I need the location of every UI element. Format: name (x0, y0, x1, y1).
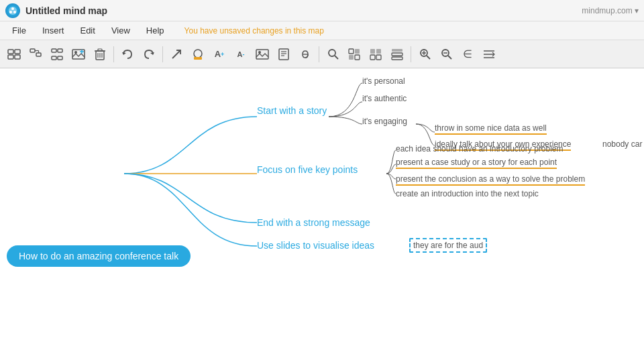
mindmup-brand[interactable]: mindmup.com ▾ (582, 6, 639, 15)
unsaved-notice: You have unsaved changes in this map (184, 26, 324, 36)
menu-view[interactable]: View (105, 24, 137, 37)
zoom-out-icon[interactable] (436, 44, 456, 64)
svg-rect-47 (392, 53, 402, 56)
link-out-icon[interactable] (166, 44, 186, 64)
svg-rect-12 (52, 49, 56, 52)
svg-rect-5 (15, 50, 20, 54)
app-title: Untitled mind map (25, 5, 107, 16)
svg-rect-14 (52, 56, 56, 60)
leaf-authentic[interactable]: it's authentic (362, 94, 407, 103)
sep1 (113, 46, 114, 62)
svg-rect-15 (58, 56, 62, 60)
svg-rect-6 (8, 55, 13, 59)
leaf-case-study[interactable]: present a case study or a story for each… (396, 158, 557, 169)
filter3-icon[interactable] (387, 44, 407, 64)
svg-rect-44 (370, 55, 375, 60)
root-node[interactable]: How to do an amazing conference talk (7, 245, 191, 267)
branch-end-message[interactable]: End with a strong message (257, 217, 370, 228)
font-larger-icon[interactable]: A+ (209, 44, 229, 64)
select-icon[interactable] (4, 44, 24, 64)
mind-map-canvas[interactable]: How to do an amazing conference talk Sta… (0, 68, 644, 362)
filter2-icon[interactable] (366, 44, 386, 64)
app-logo (5, 3, 20, 18)
menu-insert[interactable]: Insert (36, 24, 71, 37)
svg-rect-29 (256, 50, 268, 59)
add-child-icon[interactable] (25, 44, 46, 64)
svg-rect-13 (58, 49, 62, 52)
svg-rect-43 (376, 49, 381, 54)
sep3 (319, 46, 319, 62)
title-bar: Untitled mind map mindmup.com ▾ (0, 0, 644, 21)
svg-point-1 (11, 7, 14, 10)
svg-rect-9 (36, 53, 41, 56)
search-icon[interactable] (323, 44, 343, 64)
svg-rect-22 (98, 49, 102, 51)
sep4 (411, 46, 411, 62)
svg-point-3 (13, 11, 16, 13)
color-icon[interactable] (188, 44, 208, 64)
title-left: Untitled mind map (5, 3, 107, 18)
leaf-conclusion[interactable]: present the conclusion as a way to solve… (396, 174, 585, 186)
toolbar: A+ A- ∈ (0, 40, 644, 68)
sep2 (162, 46, 163, 62)
add-sibling-icon[interactable] (47, 44, 67, 64)
svg-rect-39 (355, 49, 360, 54)
svg-rect-48 (392, 57, 402, 60)
note-icon[interactable] (274, 44, 294, 64)
undo-icon[interactable] (117, 44, 138, 64)
leaf-each-idea[interactable]: each idea should have an introductory pr… (396, 144, 564, 154)
leaf-engaging[interactable]: it's engaging (362, 117, 407, 126)
svg-rect-7 (15, 55, 20, 59)
svg-rect-8 (30, 49, 35, 52)
svg-line-54 (448, 56, 451, 59)
svg-point-36 (329, 50, 335, 56)
svg-rect-16 (72, 50, 85, 59)
image-embed-icon[interactable] (252, 44, 272, 64)
menu-bar: File Insert Edit View Help You have unsa… (0, 21, 644, 40)
leaf-nobody-car: nobody car (602, 139, 642, 149)
font-smaller-icon[interactable]: A- (231, 44, 251, 64)
svg-rect-40 (349, 55, 354, 60)
branch-use-slides[interactable]: Use slides to visualise ideas (257, 240, 374, 251)
svg-rect-42 (370, 49, 375, 54)
svg-rect-41 (355, 55, 360, 60)
zoom-in-icon[interactable] (415, 44, 435, 64)
branch-start-story[interactable]: Start with a story (257, 105, 327, 116)
redo-icon[interactable] (139, 44, 159, 64)
svg-rect-4 (8, 50, 13, 54)
leaf-personal[interactable]: it's personal (362, 76, 405, 86)
leaf-intro-next[interactable]: create an introduction into the next top… (396, 189, 539, 198)
menu-file[interactable]: File (5, 24, 33, 37)
branch-focus-points[interactable]: Focus on five key points (257, 164, 358, 175)
leaf-slides-audience[interactable]: they are for the aud (409, 238, 487, 253)
collapse-icon[interactable] (479, 44, 499, 64)
filter1-icon[interactable] (344, 44, 364, 64)
delete-icon[interactable] (90, 44, 110, 64)
svg-rect-31 (279, 49, 288, 60)
svg-rect-46 (392, 49, 402, 52)
menu-edit[interactable]: Edit (73, 24, 101, 37)
leaf-throw-data[interactable]: throw in some nice data as well (435, 123, 547, 135)
svg-line-26 (172, 50, 180, 58)
menu-help[interactable]: Help (140, 24, 171, 37)
svg-rect-45 (376, 55, 381, 60)
svg-point-27 (194, 50, 202, 58)
link-icon[interactable] (295, 44, 315, 64)
fit-icon[interactable]: ∈ (458, 44, 478, 64)
svg-rect-28 (194, 57, 202, 60)
add-image-icon[interactable] (68, 44, 89, 64)
svg-rect-38 (349, 49, 354, 54)
svg-line-50 (427, 56, 430, 59)
svg-point-2 (9, 11, 12, 13)
svg-line-37 (335, 56, 338, 59)
